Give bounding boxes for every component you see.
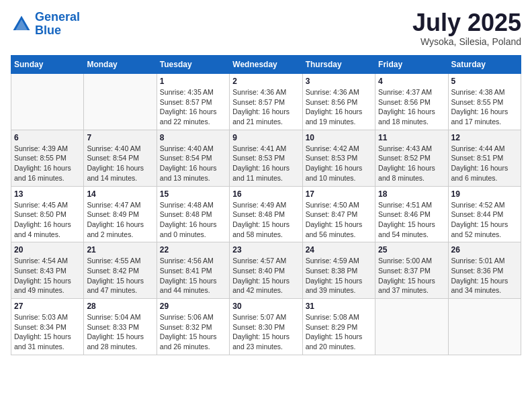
calendar-cell [375, 299, 448, 355]
day-number: 10 [306, 133, 372, 142]
calendar-cell [11, 74, 84, 130]
day-number: 28 [87, 302, 153, 311]
day-number: 24 [306, 245, 372, 255]
logo-blue: Blue [35, 24, 61, 37]
day-number: 2 [232, 77, 299, 86]
day-number: 31 [306, 302, 372, 311]
day-number: 17 [306, 189, 372, 199]
calendar-week-row: 6Sunrise: 4:39 AMSunset: 8:55 PMDaylight… [11, 130, 521, 186]
calendar-cell: 7Sunrise: 4:40 AMSunset: 8:54 PMDaylight… [84, 130, 157, 186]
day-number: 26 [451, 245, 518, 255]
day-number: 3 [306, 77, 372, 86]
logo-text: General Blue [35, 11, 80, 38]
day-number: 12 [451, 133, 518, 142]
calendar-cell: 23Sunrise: 4:57 AMSunset: 8:40 PMDayligh… [230, 242, 302, 299]
day-info: Sunrise: 4:36 AMSunset: 8:56 PMDaylight:… [306, 87, 372, 127]
month-title: July 2025 [412, 11, 521, 35]
day-info: Sunrise: 4:39 AMSunset: 8:55 PMDaylight:… [14, 144, 81, 183]
col-header-saturday: Saturday [448, 56, 521, 74]
day-number: 29 [160, 302, 226, 311]
day-info: Sunrise: 4:56 AMSunset: 8:41 PMDaylight:… [160, 256, 226, 295]
day-info: Sunrise: 4:50 AMSunset: 8:47 PMDaylight:… [306, 200, 372, 240]
calendar-cell: 16Sunrise: 4:49 AMSunset: 8:48 PMDayligh… [230, 186, 302, 242]
day-info: Sunrise: 5:08 AMSunset: 8:29 PMDaylight:… [306, 312, 372, 352]
calendar-cell: 8Sunrise: 4:40 AMSunset: 8:54 PMDaylight… [157, 130, 229, 186]
calendar-week-row: 27Sunrise: 5:03 AMSunset: 8:34 PMDayligh… [11, 299, 521, 355]
day-number: 16 [232, 189, 299, 199]
day-info: Sunrise: 5:04 AMSunset: 8:33 PMDaylight:… [87, 312, 153, 352]
day-info: Sunrise: 4:51 AMSunset: 8:46 PMDaylight:… [378, 200, 445, 240]
day-number: 25 [378, 245, 445, 255]
calendar-cell: 24Sunrise: 4:59 AMSunset: 8:38 PMDayligh… [302, 242, 375, 299]
day-number: 30 [232, 302, 299, 311]
page-header: General Blue July 2025 Wysoka, Silesia, … [11, 11, 521, 47]
calendar-cell [84, 74, 157, 130]
day-info: Sunrise: 4:54 AMSunset: 8:43 PMDaylight:… [14, 256, 81, 295]
day-number: 8 [160, 133, 226, 142]
col-header-friday: Friday [375, 56, 448, 74]
day-number: 21 [87, 245, 153, 255]
calendar-cell: 26Sunrise: 5:01 AMSunset: 8:36 PMDayligh… [448, 242, 521, 299]
day-info: Sunrise: 4:49 AMSunset: 8:48 PMDaylight:… [232, 200, 299, 240]
day-info: Sunrise: 4:36 AMSunset: 8:57 PMDaylight:… [232, 87, 299, 127]
calendar-cell: 31Sunrise: 5:08 AMSunset: 8:29 PMDayligh… [302, 299, 375, 355]
day-info: Sunrise: 5:06 AMSunset: 8:32 PMDaylight:… [160, 312, 226, 352]
day-info: Sunrise: 4:40 AMSunset: 8:54 PMDaylight:… [160, 144, 226, 183]
day-info: Sunrise: 4:52 AMSunset: 8:44 PMDaylight:… [451, 200, 518, 240]
day-number: 11 [378, 133, 445, 142]
day-number: 13 [14, 189, 81, 199]
calendar-cell: 4Sunrise: 4:37 AMSunset: 8:56 PMDaylight… [375, 74, 448, 130]
calendar-cell: 18Sunrise: 4:51 AMSunset: 8:46 PMDayligh… [375, 186, 448, 242]
calendar-cell: 6Sunrise: 4:39 AMSunset: 8:55 PMDaylight… [11, 130, 84, 186]
calendar-cell: 11Sunrise: 4:43 AMSunset: 8:52 PMDayligh… [375, 130, 448, 186]
calendar-header-row: SundayMondayTuesdayWednesdayThursdayFrid… [11, 56, 521, 74]
calendar-cell: 28Sunrise: 5:04 AMSunset: 8:33 PMDayligh… [84, 299, 157, 355]
day-info: Sunrise: 4:48 AMSunset: 8:48 PMDaylight:… [160, 200, 226, 240]
calendar-cell: 9Sunrise: 4:41 AMSunset: 8:53 PMDaylight… [230, 130, 302, 186]
calendar-cell: 21Sunrise: 4:55 AMSunset: 8:42 PMDayligh… [84, 242, 157, 299]
day-number: 27 [14, 302, 81, 311]
day-info: Sunrise: 4:35 AMSunset: 8:57 PMDaylight:… [160, 87, 226, 127]
day-number: 6 [14, 133, 81, 142]
calendar-cell: 22Sunrise: 4:56 AMSunset: 8:41 PMDayligh… [157, 242, 229, 299]
calendar-cell: 1Sunrise: 4:35 AMSunset: 8:57 PMDaylight… [157, 74, 229, 130]
col-header-sunday: Sunday [11, 56, 84, 74]
logo: General Blue [11, 11, 80, 38]
calendar-cell: 5Sunrise: 4:38 AMSunset: 8:55 PMDaylight… [448, 74, 521, 130]
day-number: 15 [160, 189, 226, 199]
day-number: 19 [451, 189, 518, 199]
day-info: Sunrise: 4:40 AMSunset: 8:54 PMDaylight:… [87, 144, 153, 183]
day-number: 22 [160, 245, 226, 255]
title-block: July 2025 Wysoka, Silesia, Poland [412, 11, 521, 47]
col-header-wednesday: Wednesday [230, 56, 302, 74]
calendar-week-row: 13Sunrise: 4:45 AMSunset: 8:50 PMDayligh… [11, 186, 521, 242]
day-info: Sunrise: 5:07 AMSunset: 8:30 PMDaylight:… [232, 312, 299, 352]
day-info: Sunrise: 4:44 AMSunset: 8:51 PMDaylight:… [451, 144, 518, 183]
calendar-cell: 15Sunrise: 4:48 AMSunset: 8:48 PMDayligh… [157, 186, 229, 242]
day-info: Sunrise: 4:37 AMSunset: 8:56 PMDaylight:… [378, 87, 445, 127]
day-info: Sunrise: 4:38 AMSunset: 8:55 PMDaylight:… [451, 87, 518, 127]
col-header-tuesday: Tuesday [157, 56, 229, 74]
logo-icon [11, 13, 32, 35]
calendar-week-row: 1Sunrise: 4:35 AMSunset: 8:57 PMDaylight… [11, 74, 521, 130]
col-header-monday: Monday [84, 56, 157, 74]
calendar-cell [448, 299, 521, 355]
day-info: Sunrise: 4:45 AMSunset: 8:50 PMDaylight:… [14, 200, 81, 240]
calendar-cell: 19Sunrise: 4:52 AMSunset: 8:44 PMDayligh… [448, 186, 521, 242]
day-number: 23 [232, 245, 299, 255]
calendar-week-row: 20Sunrise: 4:54 AMSunset: 8:43 PMDayligh… [11, 242, 521, 299]
calendar-cell: 10Sunrise: 4:42 AMSunset: 8:53 PMDayligh… [302, 130, 375, 186]
calendar-cell: 12Sunrise: 4:44 AMSunset: 8:51 PMDayligh… [448, 130, 521, 186]
calendar-cell: 3Sunrise: 4:36 AMSunset: 8:56 PMDaylight… [302, 74, 375, 130]
day-number: 14 [87, 189, 153, 199]
calendar-table: SundayMondayTuesdayWednesdayThursdayFrid… [11, 55, 521, 355]
day-number: 18 [378, 189, 445, 199]
day-info: Sunrise: 4:41 AMSunset: 8:53 PMDaylight:… [232, 144, 299, 183]
col-header-thursday: Thursday [302, 56, 375, 74]
day-info: Sunrise: 5:00 AMSunset: 8:37 PMDaylight:… [378, 256, 445, 295]
calendar-cell: 14Sunrise: 4:47 AMSunset: 8:49 PMDayligh… [84, 186, 157, 242]
day-info: Sunrise: 4:55 AMSunset: 8:42 PMDaylight:… [87, 256, 153, 295]
day-number: 5 [451, 77, 518, 86]
day-number: 7 [87, 133, 153, 142]
day-number: 20 [14, 245, 81, 255]
